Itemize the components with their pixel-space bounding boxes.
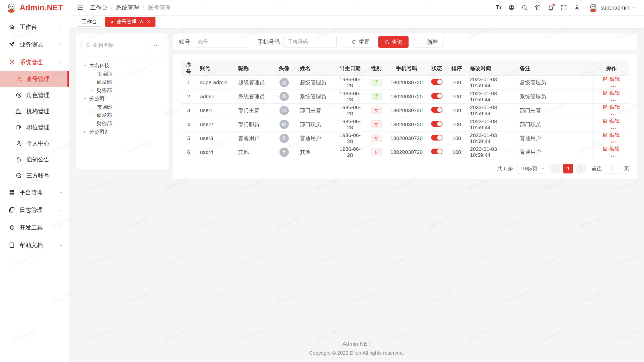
search-icon[interactable]	[521, 5, 528, 11]
sidebar-item[interactable]: 日志管理	[0, 201, 69, 219]
status-toggle[interactable]	[431, 93, 442, 99]
prev-page-button[interactable]	[551, 164, 560, 173]
phone-input[interactable]	[284, 36, 337, 48]
tree-node[interactable]: 市场部	[79, 103, 165, 111]
font-size-icon[interactable]: TT	[496, 5, 502, 11]
sidebar-subitem[interactable]: 机构管理	[0, 103, 69, 119]
tree-node[interactable]: 研发部	[79, 78, 165, 86]
tree-caret-icon[interactable]	[90, 71, 95, 76]
edit-button[interactable]: 编辑	[603, 76, 620, 83]
tree-caret-icon[interactable]	[83, 63, 88, 68]
row-more-button[interactable]	[610, 139, 616, 145]
tree-node-label: 研发部	[97, 112, 112, 119]
sidebar-item[interactable]: 帮助文档	[0, 236, 69, 254]
sidebar-subitem[interactable]: 角色管理	[0, 87, 69, 103]
send-icon	[9, 41, 15, 48]
sidebar-item-label: 日志管理	[20, 206, 43, 214]
gear-icon	[9, 59, 15, 65]
col-remark: 备注	[516, 61, 593, 76]
cell-modified: 2023-01-03 10:59:44	[466, 131, 516, 145]
goto-page-input[interactable]	[604, 164, 622, 173]
cell-phone: 18020030720	[387, 89, 426, 103]
tree-node[interactable]: 大名科技	[79, 61, 165, 70]
add-button[interactable]: 新增	[414, 36, 444, 48]
tree-caret-icon[interactable]	[90, 88, 95, 93]
sidebar-subitem[interactable]: 个人中心	[0, 135, 69, 151]
cell-sort: 100	[447, 117, 466, 131]
gender-tag: 女	[371, 148, 382, 156]
sidebar-subitem[interactable]: 通知公告	[0, 151, 69, 167]
tree-caret-icon[interactable]	[90, 121, 95, 126]
sidebar-item[interactable]: 系统管理	[0, 53, 69, 71]
tree-node[interactable]: 财务部	[79, 119, 165, 128]
page-size-select[interactable]: 10条/页	[517, 164, 548, 173]
tab-account-management[interactable]: 账号管理	[105, 17, 155, 27]
tab-refresh-icon[interactable]	[139, 20, 144, 24]
tree-node[interactable]: 财务部	[79, 86, 165, 95]
org-search-input[interactable]	[93, 42, 143, 48]
tree-caret-icon[interactable]	[83, 96, 88, 101]
current-page-button[interactable]: 1	[563, 164, 573, 173]
row-more-button[interactable]	[610, 111, 616, 117]
reset-button[interactable]: 重置	[345, 36, 375, 48]
grid-icon	[9, 189, 15, 196]
row-more-button[interactable]	[610, 153, 616, 159]
language-icon[interactable]	[508, 5, 515, 11]
tree-caret-icon[interactable]	[90, 105, 95, 110]
sidebar-item[interactable]: 开发工具	[0, 219, 69, 236]
fullscreen-icon[interactable]	[561, 5, 567, 11]
theme-icon[interactable]	[535, 5, 541, 11]
tab-close-icon[interactable]	[146, 20, 151, 24]
query-label: 查询	[392, 38, 403, 46]
menu-fold-icon[interactable]	[77, 4, 84, 11]
tree-caret-icon[interactable]	[90, 80, 95, 85]
status-toggle[interactable]	[431, 135, 442, 141]
row-more-button[interactable]	[610, 125, 616, 131]
tree-node[interactable]: 分公司1	[79, 95, 165, 103]
breadcrumb-item[interactable]: 系统管理	[116, 4, 139, 12]
tree-caret-icon[interactable]	[90, 113, 95, 118]
cell-phone: 18020030720	[387, 76, 426, 89]
search-icon	[85, 42, 91, 48]
sidebar-item[interactable]: 平台管理	[0, 184, 69, 201]
status-toggle[interactable]	[431, 107, 442, 113]
edit-button[interactable]: 编辑	[603, 131, 620, 139]
sidebar-subitem[interactable]: 三方账号	[0, 167, 69, 184]
tree-caret-icon[interactable]	[83, 129, 88, 134]
cell-remark: 普通用户	[516, 131, 593, 145]
notification-icon[interactable]	[548, 5, 554, 11]
tree-node[interactable]: 市场部	[79, 70, 165, 78]
tree-more-button[interactable]	[150, 40, 163, 50]
edit-button[interactable]: 编辑	[603, 145, 620, 152]
cell-index: 2	[181, 89, 196, 103]
accounts-table-card: 序号 账号 昵称 头像 姓名 出生日期 性别 手机号码 状态 排序	[173, 54, 637, 179]
tab-workbench[interactable]: 工作台	[77, 17, 102, 27]
user-menu[interactable]: superadmin	[588, 3, 636, 13]
profile-link-icon[interactable]	[574, 5, 580, 11]
tree-node[interactable]: 研发部	[79, 111, 165, 119]
page-size-value: 10条/页	[520, 165, 538, 172]
breadcrumb-item[interactable]: 工作台	[90, 4, 107, 12]
status-toggle[interactable]	[431, 121, 442, 127]
sidebar-subitem[interactable]: 职位管理	[0, 119, 69, 135]
status-toggle[interactable]	[431, 79, 442, 85]
cell-sort: 100	[447, 145, 466, 159]
account-input[interactable]	[194, 36, 247, 48]
tree-node[interactable]: 分公司2	[79, 128, 165, 136]
cell-name: 普通用户	[296, 131, 334, 145]
row-more-button[interactable]	[610, 97, 616, 103]
tree-node-label: 研发部	[97, 79, 112, 85]
header-actions: TT superadmin	[496, 3, 636, 13]
next-page-button[interactable]	[576, 164, 586, 173]
sidebar-item[interactable]: 业务测试	[0, 36, 69, 53]
edit-button[interactable]: 编辑	[603, 104, 620, 111]
sidebar-subitem[interactable]: 账号管理	[0, 71, 69, 87]
status-toggle[interactable]	[431, 149, 442, 154]
footer: Admin.NET Copyright © 2022 Dilon All rig…	[76, 341, 637, 359]
edit-button[interactable]: 编辑	[603, 117, 620, 124]
edit-button[interactable]: 编辑	[603, 89, 620, 97]
sidebar-item[interactable]: 工作台	[0, 18, 69, 36]
row-more-button[interactable]	[610, 83, 616, 89]
query-button[interactable]: 查询	[378, 36, 409, 48]
cell-account: user4	[196, 145, 235, 159]
